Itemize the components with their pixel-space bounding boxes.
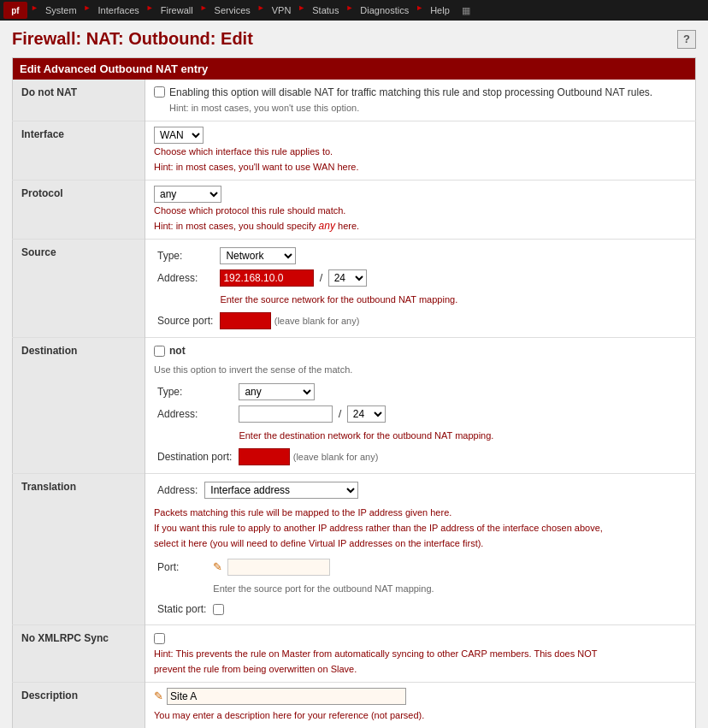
do-not-nat-checkbox[interactable] [154, 86, 165, 98]
nav-interfaces[interactable]: Interfaces [91, 3, 146, 18]
source-cidr-select[interactable]: 24 252627283032 [328, 269, 367, 287]
source-address-input[interactable] [220, 269, 314, 287]
dest-hint-value-cell: Enter the destination network for the ou… [235, 425, 497, 446]
dest-port-row: Destination port: (leave blank for any) [154, 446, 497, 468]
dest-cidr-select[interactable]: 24 252627283032 [347, 405, 386, 423]
nav-arrow: ► [84, 3, 91, 18]
no-xmlrpc-checkbox[interactable] [154, 633, 165, 644]
main-content: Firewall: NAT: Outbound: Edit ? Edit Adv… [0, 21, 708, 728]
label-description: Description [13, 683, 145, 729]
dest-hint-row: Enter the destination network for the ou… [154, 425, 497, 446]
trans-static-row: Static port: [154, 599, 438, 619]
label-destination: Destination [13, 338, 145, 474]
dest-hint-label-cell [154, 425, 235, 446]
source-port-label: Source port: [157, 315, 213, 327]
dest-type-label-cell: Type: [154, 381, 235, 403]
trans-port-hint-row: Enter the source port for the outbound N… [154, 578, 438, 599]
label-source: Source [13, 240, 145, 338]
source-hint: Enter the source network for the outboun… [220, 294, 457, 305]
source-port-value-cell: (leave blank for any) [216, 310, 461, 332]
dest-hint: Enter the destination network for the ou… [239, 430, 493, 441]
label-protocol: Protocol [13, 181, 145, 240]
label-no-xmlrpc: No XMLRPC Sync [13, 625, 145, 683]
dest-address-input[interactable] [239, 405, 333, 423]
do-not-nat-main-text: Enabling this option will disable NAT fo… [169, 86, 652, 98]
source-address-label: Address: [157, 272, 198, 284]
source-port-input[interactable] [220, 312, 271, 329]
source-address-label-cell: Address: [154, 267, 216, 289]
nav-arrow: ► [146, 3, 154, 18]
nav-arrow: ► [31, 3, 38, 18]
do-not-nat-hint: Hint: in most cases, you won't use this … [169, 103, 359, 113]
row-description: Description ✎ You may enter a descriptio… [13, 683, 696, 729]
nav-arrow: ► [345, 3, 353, 18]
nav-services[interactable]: Services [208, 3, 257, 18]
nav-status[interactable]: Status [305, 3, 345, 18]
trans-address-select[interactable]: Interface address Any [204, 482, 358, 499]
source-type-select[interactable]: Network any LAN subnet [220, 247, 296, 264]
nav-items: ► System ► Interfaces ► Firewall ► Servi… [31, 3, 705, 18]
help-icon[interactable]: ? [677, 30, 696, 49]
source-sub-table: Type: Network any LAN subnet [154, 245, 461, 332]
dest-slash: / [336, 407, 345, 420]
protocol-hint2-prefix: Hint: in most cases, you should specify [154, 221, 319, 231]
trans-port-label: Port: [157, 561, 179, 573]
grid-icon: ▦ [457, 3, 475, 18]
dest-address-label-cell: Address: [154, 403, 235, 425]
trans-port-hint-value-cell: Enter the source port for the outbound N… [209, 578, 437, 599]
value-interface: WAN LAN OPT1 Choose which interface this… [145, 121, 696, 181]
trans-port-row: Port: ✎ [154, 556, 438, 578]
trans-address-row: Address: Interface address Any [154, 479, 362, 501]
nav-diagnostics[interactable]: Diagnostics [353, 3, 416, 18]
protocol-hint2-suffix: here. [335, 221, 359, 231]
source-port-row: Source port: (leave blank for any) [154, 310, 461, 332]
nav-arrow: ► [298, 3, 305, 18]
destination-not-checkbox[interactable] [154, 346, 165, 357]
trans-static-checkbox[interactable] [213, 604, 224, 615]
dest-type-select[interactable]: any Network LAN subnet [239, 383, 315, 400]
trans-static-value-cell [209, 599, 437, 619]
nav-vpn[interactable]: VPN [265, 3, 298, 18]
section-header: Edit Advanced Outbound NAT entry [13, 58, 696, 80]
value-translation: Address: Interface address Any Packets [145, 474, 696, 625]
source-hint-row: Enter the source network for the outboun… [154, 289, 461, 310]
source-port-label-cell: Source port: [154, 310, 216, 332]
trans-static-label-cell: Static port: [154, 599, 209, 619]
value-protocol: any TCP UDP TCP/UDP ICMP Choose which pr… [145, 181, 696, 240]
navigation-bar: pf ► System ► Interfaces ► Firewall ► Se… [0, 0, 708, 21]
interface-select[interactable]: WAN LAN OPT1 [154, 127, 204, 144]
trans-static-label: Static port: [157, 603, 206, 615]
trans-port-label-cell: Port: [154, 556, 209, 578]
row-no-xmlrpc: No XMLRPC Sync Hint: This prevents the r… [13, 625, 696, 683]
form-table: Edit Advanced Outbound NAT entry Do not … [12, 57, 696, 728]
row-protocol: Protocol any TCP UDP TCP/UDP ICMP Choose… [13, 181, 696, 240]
protocol-select[interactable]: any TCP UDP TCP/UDP ICMP [154, 186, 221, 203]
destination-not-hint: Use this option to invert the sense of t… [154, 364, 352, 375]
trans-port-hint-label-cell [154, 578, 209, 599]
source-type-label-cell: Type: [154, 245, 216, 267]
protocol-hint2-any: any [319, 220, 335, 232]
dest-address-label: Address: [157, 408, 198, 420]
source-address-row: Address: / 24 252627283032 [154, 267, 461, 289]
source-hint-value-cell: Enter the source network for the outboun… [216, 289, 461, 310]
source-type-value-cell: Network any LAN subnet [216, 245, 461, 267]
trans-hint3: select it here (you will need to define … [154, 538, 483, 548]
nav-arrow: ► [200, 3, 208, 18]
nav-system[interactable]: System [38, 3, 84, 18]
description-input[interactable] [167, 688, 406, 705]
nav-arrow: ► [257, 3, 265, 18]
source-address-value-cell: / 24 252627283032 [216, 267, 461, 289]
dest-type-value-cell: any Network LAN subnet [235, 381, 497, 403]
trans-hint1: Packets matching this rule will be mappe… [154, 507, 451, 518]
trans-port-input[interactable] [227, 559, 330, 576]
interface-hint1: Choose which interface this rule applies… [154, 146, 333, 157]
nav-arrow: ► [416, 3, 423, 18]
dest-port-input[interactable] [239, 448, 290, 465]
value-description: ✎ You may enter a description here for y… [145, 683, 696, 729]
description-hint: You may enter a description here for you… [154, 710, 424, 720]
nav-help[interactable]: Help [423, 3, 457, 18]
dest-port-label-cell: Destination port: [154, 446, 235, 468]
no-xmlrpc-hint1: Hint: This prevents the rule on Master f… [154, 648, 597, 659]
nav-firewall[interactable]: Firewall [154, 3, 200, 18]
page-title: Firewall: NAT: Outbound: Edit [12, 29, 253, 49]
